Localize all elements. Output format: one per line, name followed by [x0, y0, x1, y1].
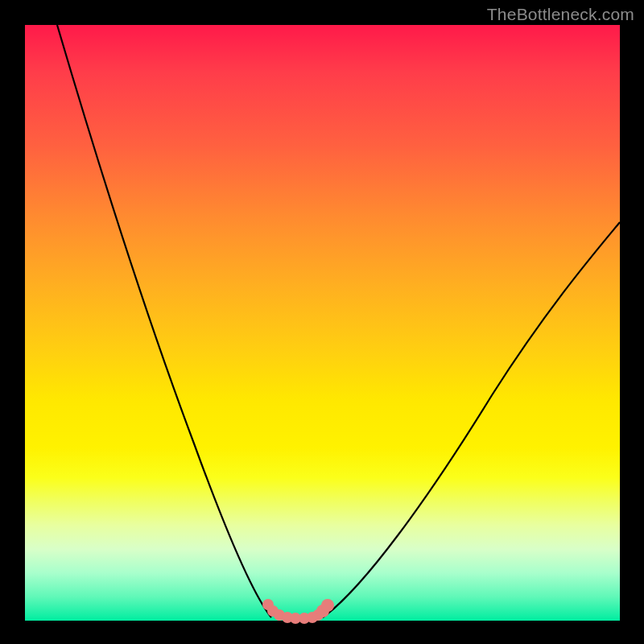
svg-point-9 [321, 599, 334, 612]
valley-dots [262, 599, 334, 624]
right-curve [323, 222, 620, 617]
chart-frame: TheBottleneck.com [0, 0, 644, 644]
left-curve [57, 25, 271, 617]
watermark-label: TheBottleneck.com [487, 5, 634, 24]
curve-overlay [25, 25, 620, 621]
